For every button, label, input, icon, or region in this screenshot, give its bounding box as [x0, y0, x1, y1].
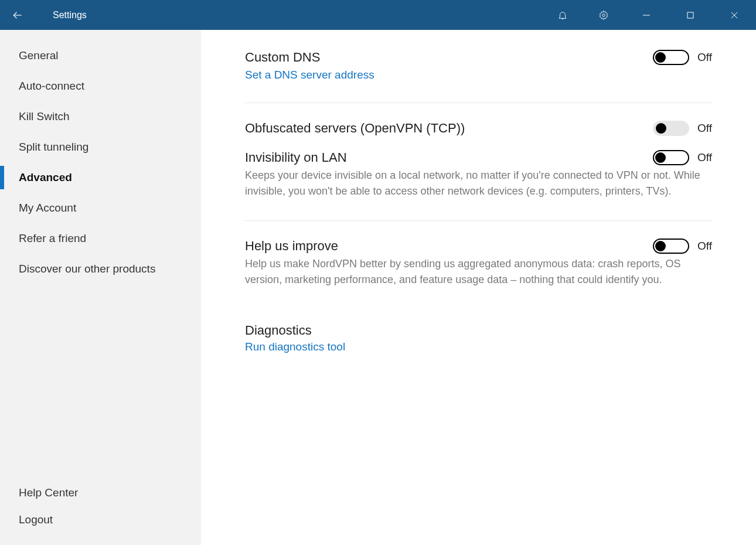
divider	[245, 103, 712, 103]
improve-title: Help us improve	[245, 239, 338, 254]
sidebar-bottom: Help Center Logout	[0, 479, 201, 545]
toggle-knob	[655, 152, 666, 163]
setting-obfuscated: Obfuscated servers (OpenVPN (TCP)) Off	[245, 118, 712, 148]
body: General Auto-connect Kill Switch Split t…	[0, 30, 756, 545]
sidebar-item-discover[interactable]: Discover our other products	[0, 254, 201, 284]
back-button[interactable]	[0, 0, 35, 30]
close-icon	[731, 12, 738, 19]
toggle-wrap: Off	[653, 50, 712, 65]
minimize-button[interactable]	[624, 0, 668, 30]
setting-lan: Invisibility on LAN Off Keeps your devic…	[245, 148, 712, 216]
titlebar-right	[542, 0, 756, 30]
setting-row: Obfuscated servers (OpenVPN (TCP)) Off	[245, 121, 712, 136]
custom-dns-toggle[interactable]	[653, 50, 689, 65]
toggle-knob	[656, 123, 666, 134]
maximize-button[interactable]	[668, 0, 712, 30]
sidebar-item-myaccount[interactable]: My Account	[0, 193, 201, 223]
set-dns-link[interactable]: Set a DNS server address	[245, 69, 374, 81]
svg-rect-3	[687, 12, 693, 18]
obfuscated-title: Obfuscated servers (OpenVPN (TCP))	[245, 121, 465, 136]
divider	[245, 220, 712, 221]
custom-dns-state: Off	[697, 51, 712, 64]
setting-row: Invisibility on LAN Off	[245, 150, 712, 165]
svg-point-1	[602, 13, 605, 16]
setting-row: Custom DNS Off	[245, 50, 712, 65]
toggle-wrap: Off	[653, 239, 712, 254]
sidebar-item-splittunneling[interactable]: Split tunneling	[0, 132, 201, 162]
improve-state: Off	[697, 240, 712, 253]
sidebar-spacer	[0, 284, 201, 479]
custom-dns-title: Custom DNS	[245, 50, 320, 65]
sidebar-item-advanced[interactable]: Advanced	[0, 162, 201, 193]
lan-desc: Keeps your device invisible on a local n…	[245, 168, 708, 199]
gear-icon	[598, 10, 609, 21]
sidebar-item-autoconnect[interactable]: Auto-connect	[0, 71, 201, 101]
toggle-wrap: Off	[653, 150, 712, 165]
back-arrow-icon	[12, 10, 23, 21]
page-title: Settings	[35, 10, 87, 21]
sidebar-item-refer[interactable]: Refer a friend	[0, 223, 201, 254]
sidebar-item-helpcenter[interactable]: Help Center	[0, 479, 201, 506]
toggle-knob	[655, 241, 666, 251]
close-button[interactable]	[712, 0, 756, 30]
notifications-button[interactable]	[542, 0, 583, 30]
sidebar-item-general[interactable]: General	[0, 40, 201, 71]
improve-toggle[interactable]	[653, 239, 689, 254]
setting-diagnostics: Diagnostics Run diagnostics tool	[245, 321, 712, 370]
setting-custom-dns: Custom DNS Off Set a DNS server address	[245, 47, 712, 98]
sidebar-item-logout[interactable]: Logout	[0, 506, 201, 533]
obfuscated-state: Off	[697, 122, 712, 135]
obfuscated-toggle[interactable]	[653, 121, 689, 136]
diagnostics-title: Diagnostics	[245, 323, 712, 338]
main-content: Custom DNS Off Set a DNS server address …	[201, 30, 756, 545]
toggle-knob	[655, 52, 666, 63]
lan-state: Off	[697, 151, 712, 164]
titlebar-left: Settings	[0, 0, 87, 30]
lan-toggle[interactable]	[653, 150, 689, 165]
toggle-wrap: Off	[653, 121, 712, 136]
titlebar: Settings	[0, 0, 756, 30]
maximize-icon	[687, 12, 694, 19]
sidebar: General Auto-connect Kill Switch Split t…	[0, 30, 201, 545]
run-diagnostics-link[interactable]: Run diagnostics tool	[245, 340, 345, 353]
improve-desc: Help us make NordVPN better by sending u…	[245, 256, 708, 288]
lan-title: Invisibility on LAN	[245, 150, 347, 165]
sidebar-item-killswitch[interactable]: Kill Switch	[0, 101, 201, 132]
spacer	[245, 304, 712, 321]
setting-improve: Help us improve Off Help us make NordVPN…	[245, 236, 712, 304]
minimize-icon	[643, 12, 650, 19]
settings-gear-button[interactable]	[583, 0, 624, 30]
bell-icon	[557, 10, 568, 21]
setting-row: Help us improve Off	[245, 239, 712, 254]
